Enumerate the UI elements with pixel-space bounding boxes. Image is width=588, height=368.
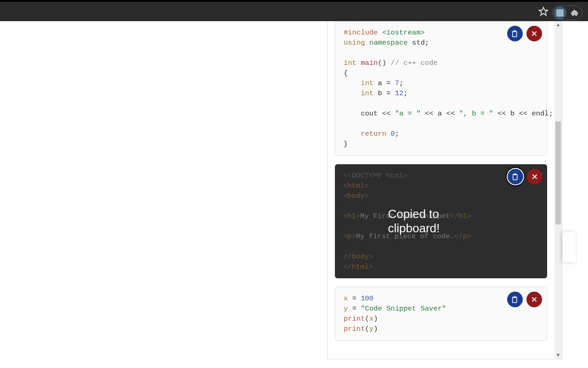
scrollbar-up-arrow-icon[interactable]: ▲ xyxy=(554,21,562,29)
browser-chrome-bar xyxy=(0,0,588,21)
scrollbar-thumb[interactable] xyxy=(555,121,561,224)
side-help-tab[interactable] xyxy=(562,232,576,262)
copy-button[interactable] xyxy=(507,292,523,307)
scrollbar-down-arrow-icon[interactable]: ▼ xyxy=(554,351,562,359)
active-extension-icon[interactable] xyxy=(554,6,566,19)
snippets-scroll-area: #include <iostream> using namespace std;… xyxy=(328,21,554,359)
copied-toast: Copied to clipboard! xyxy=(388,207,494,236)
snippet-card-cpp: #include <iostream> using namespace std;… xyxy=(335,21,547,156)
snippet-card-html: <!DOCTYPE html> <html> <body> <h1>My Fir… xyxy=(335,164,547,278)
extensions-puzzle-icon[interactable] xyxy=(568,6,581,19)
copy-button[interactable] xyxy=(508,169,523,184)
scrollbar-track[interactable]: ▲ ▼ xyxy=(554,21,562,359)
svg-marker-0 xyxy=(539,7,548,15)
snippets-side-panel: #include <iostream> using namespace std;… xyxy=(327,21,562,359)
copy-button[interactable] xyxy=(507,26,523,41)
delete-button[interactable] xyxy=(527,169,543,184)
snippet-card-python: x = 100 y = "Code Snippet Saver" print(x… xyxy=(335,287,547,341)
delete-button[interactable] xyxy=(526,292,542,307)
bookmark-star-icon[interactable] xyxy=(538,6,548,19)
delete-button[interactable] xyxy=(526,26,542,41)
extensions-pill xyxy=(552,6,582,20)
